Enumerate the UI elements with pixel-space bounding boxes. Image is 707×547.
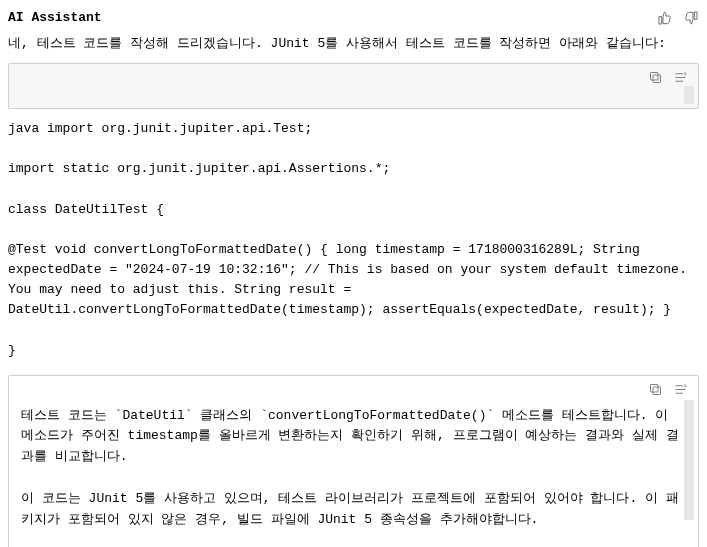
svg-rect-2	[653, 387, 661, 395]
thumbs-down-icon[interactable]	[683, 10, 699, 26]
explanation-block: 테스트 코드는 `DateUtil` 클래스의 `convertLongToFo…	[8, 375, 699, 547]
intro-text: 네, 테스트 코드를 작성해 드리겠습니다. JUnit 5를 사용해서 테스트…	[8, 34, 699, 54]
copy-icon[interactable]	[648, 382, 663, 397]
explanation-text: 테스트 코드는 `DateUtil` 클래스의 `convertLongToFo…	[9, 376, 698, 547]
code-content: java import org.junit.jupiter.api.Test; …	[8, 117, 699, 375]
insert-icon[interactable]	[673, 382, 688, 397]
assistant-header: AI Assistant	[8, 8, 699, 28]
code-block-header	[8, 63, 699, 109]
insert-icon[interactable]	[673, 70, 688, 85]
code-toolbar	[638, 64, 698, 87]
svg-rect-1	[651, 73, 659, 81]
svg-rect-0	[653, 75, 661, 83]
assistant-title: AI Assistant	[8, 8, 102, 28]
thumbs-up-icon[interactable]	[657, 10, 673, 26]
svg-rect-3	[651, 384, 659, 392]
explanation-toolbar	[638, 376, 698, 399]
feedback-icons	[657, 10, 699, 26]
copy-icon[interactable]	[648, 70, 663, 85]
